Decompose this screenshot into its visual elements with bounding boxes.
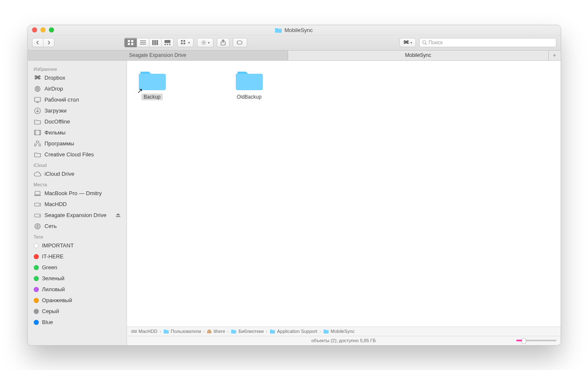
eject-icon[interactable] (116, 213, 121, 218)
folder-icon (139, 69, 166, 91)
back-button[interactable] (32, 38, 43, 47)
folder-icon (236, 69, 263, 91)
path-crumb-machdd[interactable]: MacHDD (131, 329, 158, 334)
search-field[interactable] (419, 38, 556, 47)
sidebar-item-macbook[interactable]: MacBook Pro — Dmitry (28, 188, 127, 199)
cloud-icon (34, 170, 41, 178)
tab-seagate[interactable]: Seagate Expansion Drive (28, 51, 289, 60)
share-button[interactable] (217, 38, 229, 47)
airdrop-icon (34, 85, 41, 93)
sidebar-section-icloud: iCloud (28, 160, 127, 169)
svg-rect-5 (140, 42, 146, 43)
folder-icon (323, 329, 329, 334)
maximize-button[interactable] (49, 27, 54, 32)
svg-rect-14 (181, 40, 183, 42)
titlebar: MobileSync (28, 25, 561, 35)
folder-icon (34, 118, 41, 126)
sidebar-item-downloads[interactable]: Загрузки (28, 105, 127, 116)
sidebar-item-desktop[interactable]: Рабочий стол (28, 94, 127, 105)
forward-button[interactable] (43, 38, 54, 47)
desktop-icon (34, 96, 41, 104)
folder-icon (163, 329, 169, 334)
svg-rect-17 (183, 43, 185, 44)
folder-oldbackup[interactable]: OldBackup (232, 69, 266, 100)
tabbar: Seagate Expansion Drive MobileSync + (28, 51, 561, 61)
folder-backup[interactable]: ↗ Backup (135, 69, 169, 100)
svg-rect-3 (131, 43, 133, 45)
sidebar-item-docoffline[interactable]: DocOffline (28, 116, 127, 127)
sidebar-tag-orange[interactable]: Оранжевый (28, 295, 127, 306)
close-button[interactable] (32, 27, 37, 32)
dropbox-toolbar-button[interactable]: ▾ (399, 38, 416, 47)
gallery-view-button[interactable] (161, 38, 174, 47)
svg-rect-0 (128, 40, 130, 42)
sidebar-tag-blue[interactable]: Blue (28, 317, 127, 328)
tag-dot-icon (34, 309, 39, 314)
folder-icon (270, 329, 275, 334)
content-area: ↗ Backup OldBackup MacHDD› Пользователи›… (127, 61, 561, 345)
network-icon (34, 223, 41, 230)
svg-rect-15 (183, 40, 185, 42)
sidebar-item-creative-cloud[interactable]: Creative Cloud Files (28, 149, 127, 160)
svg-point-21 (422, 40, 426, 44)
path-crumb-ithere[interactable]: ithere (207, 329, 225, 334)
sidebar-item-apps[interactable]: Программы (28, 138, 127, 149)
sidebar-item-seagate[interactable]: Seagate Expansion Drive (28, 210, 127, 221)
tag-dot-icon (34, 265, 39, 270)
tab-mobilesync[interactable]: MobileSync (288, 51, 549, 60)
new-tab-button[interactable]: + (549, 51, 561, 60)
hdd-icon (34, 201, 41, 208)
sidebar-tag-lilovyy[interactable]: Лиловый (28, 284, 127, 295)
tag-dot-icon (34, 320, 39, 325)
path-crumb-users[interactable]: Пользователи (163, 329, 201, 334)
sidebar-item-machdd[interactable]: MacHDD (28, 199, 127, 210)
tag-dot-icon (34, 298, 39, 303)
sidebar-item-airdrop[interactable]: AirDrop (28, 83, 127, 94)
status-text: объекты (2); доступно 5,85 ГБ (311, 338, 376, 343)
svg-rect-28 (35, 130, 40, 135)
minimize-button[interactable] (40, 27, 46, 32)
window-title: MobileSync (275, 27, 313, 33)
column-view-button[interactable] (149, 38, 161, 47)
sidebar-tag-green[interactable]: Green (28, 262, 127, 273)
folder-icon (231, 329, 237, 334)
svg-point-24 (37, 88, 38, 89)
sidebar-item-dropbox[interactable]: Dropbox (28, 72, 127, 83)
path-crumb-library[interactable]: Библиотеки (231, 329, 264, 334)
sidebar-item-icloud-drive[interactable]: iCloud Drive (28, 169, 127, 180)
sidebar-item-movies[interactable]: Фильмы (28, 127, 127, 138)
action-button[interactable]: ▾ (197, 38, 213, 47)
sidebar-tag-it-here[interactable]: IT-HERE (28, 251, 127, 262)
svg-rect-25 (35, 97, 40, 102)
svg-rect-7 (152, 40, 154, 45)
hdd-icon (34, 212, 41, 219)
dropbox-icon (403, 40, 409, 45)
svg-rect-20 (237, 41, 242, 44)
view-mode-segment (124, 38, 174, 47)
sidebar-tag-zelenyy[interactable]: Зеленый (28, 273, 127, 284)
arrange-button[interactable]: ▾ (177, 38, 194, 47)
svg-rect-31 (35, 191, 40, 195)
list-view-button[interactable] (137, 38, 149, 47)
sidebar-item-network[interactable]: Сеть (28, 221, 127, 232)
svg-rect-2 (128, 43, 130, 45)
path-crumb-mobilesync[interactable]: MobileSync (323, 329, 355, 334)
alias-badge-icon: ↗ (137, 87, 143, 95)
search-input[interactable] (429, 40, 553, 46)
sidebar-tag-grey[interactable]: Серый (28, 306, 127, 317)
path-crumb-appsupport[interactable]: Application Support (270, 329, 317, 334)
svg-rect-10 (165, 40, 170, 43)
tags-button[interactable] (233, 38, 247, 47)
sidebar-tag-important[interactable]: IMPORTANT (28, 240, 127, 251)
nav-buttons (32, 38, 54, 47)
sidebar-section-locations: Места (28, 180, 127, 188)
tag-dot-icon (34, 287, 39, 292)
tag-icon (237, 40, 243, 45)
svg-rect-4 (140, 40, 146, 41)
tag-dot-icon (34, 243, 39, 248)
icon-grid[interactable]: ↗ Backup OldBackup (127, 61, 561, 327)
icon-view-button[interactable] (124, 38, 137, 47)
folder-label: OldBackup (235, 94, 264, 100)
tag-dot-icon (34, 254, 39, 259)
zoom-slider[interactable] (516, 340, 556, 341)
